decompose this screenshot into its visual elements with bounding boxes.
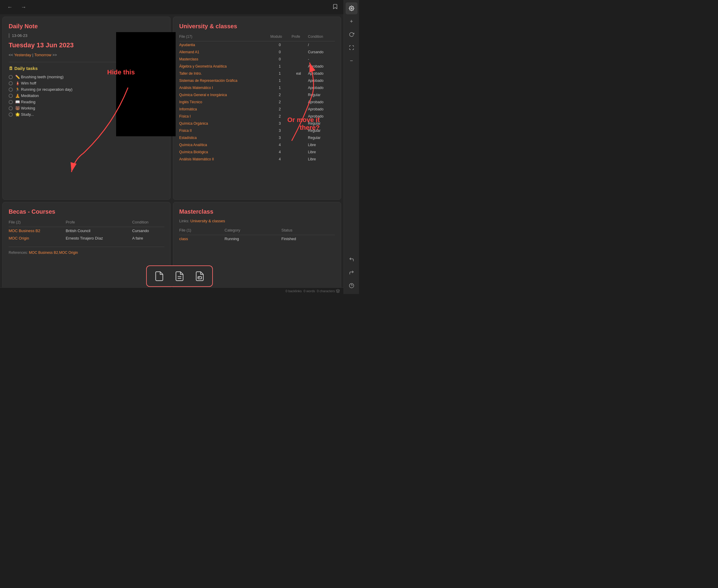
task-circle <box>8 87 13 92</box>
status-bar: 0 backlinks 0 words 0 characters <box>0 288 344 294</box>
file-cell: Análisis Matemático II <box>179 155 270 163</box>
condition-cell: - <box>308 56 335 63</box>
col-profe: Profe <box>291 33 308 41</box>
condition-cell: Cursando <box>308 48 335 56</box>
redo-button[interactable] <box>346 267 357 278</box>
profe-cell <box>291 48 308 56</box>
table-row: class Running Finished <box>179 235 335 243</box>
profe-cell <box>291 141 308 148</box>
condition-cell: Aprobado <box>308 63 335 70</box>
tomorrow-link[interactable]: Tomorrow <box>34 53 51 57</box>
new-doc-button[interactable] <box>153 270 166 283</box>
table-row: Física I 2 Aprobado <box>179 113 335 120</box>
table-row: Álgebra y Geometría Analítica 1 Aprobado <box>179 63 335 70</box>
file-cell: Inglés Técnico <box>179 99 270 106</box>
condition-cell: Cursando <box>132 227 164 235</box>
links-label: Links: <box>179 219 189 223</box>
forward-button[interactable]: → <box>18 3 28 12</box>
profe-cell <box>291 148 308 155</box>
task-circle <box>8 112 13 117</box>
file-cell: Masterclass <box>179 56 270 63</box>
table-row: Sistemas de Representación Gráfica 1 Apr… <box>179 77 335 84</box>
profe-cell: Ernesto Tinajero Díaz <box>66 234 132 242</box>
file-cell: Álgebra y Geometría Analítica <box>179 63 270 70</box>
references-section: References: MOC Business B2,MOC Origin <box>8 247 164 255</box>
doc-list-button[interactable] <box>173 270 186 283</box>
table-row: Química General e Inorgánica 2 Regular <box>179 91 335 99</box>
expand-button[interactable] <box>346 42 357 54</box>
mc-col-status: Status <box>281 227 335 235</box>
condition-cell: Aprobado <box>308 113 335 120</box>
modulo-cell: 3 <box>270 127 291 134</box>
becas-col-condition: Condition <box>132 219 164 227</box>
file-cell: Química General e Inorgánica <box>179 91 270 99</box>
masterclass-table: File (1) Category Status class Running F… <box>179 227 335 243</box>
profe-cell <box>291 41 308 49</box>
task-circle <box>8 75 13 79</box>
modulo-cell: 1 <box>270 84 291 91</box>
university-table: File (17) Modulo Profe Condition Ayudant… <box>179 33 335 163</box>
references-label: References: <box>8 251 28 255</box>
modulo-cell: 0 <box>270 41 291 49</box>
ref-moc-b2[interactable]: MOC Business B2 <box>29 251 58 255</box>
bookmark-button[interactable] <box>330 2 341 12</box>
condition-cell: A faire <box>132 234 164 242</box>
table-row: Estadística 3 Regular <box>179 134 335 141</box>
task-text: ✏️ Brushing teeth (morning) <box>15 75 64 79</box>
file-cell: Química Orgánica <box>179 120 270 127</box>
table-row: Ayudantia 0 / <box>179 41 335 49</box>
task-text: 🐻 Working <box>15 106 35 110</box>
mc-col-file: File (1) <box>179 227 224 235</box>
condition-cell: Regular <box>308 127 335 134</box>
table-row: Análisis Matemático I 1 Aprobado <box>179 84 335 91</box>
university-card: University & classes File (17) Modulo Pr… <box>173 17 341 200</box>
doc-image-button[interactable] <box>193 270 206 283</box>
add-button[interactable]: + <box>346 16 357 27</box>
file-cell: Física II <box>179 127 270 134</box>
modulo-cell: 4 <box>270 141 291 148</box>
help-button[interactable] <box>346 280 357 292</box>
becas-col-file: File (2) <box>8 219 66 227</box>
task-text: 🧯 Wim hoff <box>15 81 36 85</box>
words-count: 0 words <box>304 289 315 293</box>
undo-button[interactable] <box>346 254 357 266</box>
back-button[interactable]: ← <box>5 3 15 12</box>
condition-cell: Aprobado <box>308 84 335 91</box>
file-cell: Sistemas de Representación Gráfica <box>179 77 270 84</box>
minus-button[interactable]: − <box>346 55 357 67</box>
modulo-cell: 4 <box>270 155 291 163</box>
masterclass-links: Links: University & classes <box>179 219 335 223</box>
task-text: 🏃 Running (or recuperation day) <box>15 87 72 92</box>
file-cell: Informática <box>179 106 270 113</box>
condition-cell: Aprobado <box>308 106 335 113</box>
table-row: MOC Origin Ernesto Tinajero Díaz A faire <box>8 234 164 242</box>
condition-cell: / <box>308 41 335 49</box>
condition-cell: Aprobado <box>308 70 335 77</box>
refresh-button[interactable] <box>346 28 357 40</box>
becas-card: Becas - Courses File (2) Profe Condition… <box>2 202 170 292</box>
task-text: 🧘 Meditation <box>15 93 39 98</box>
task-circle <box>8 106 13 110</box>
profe-cell: eal <box>291 70 308 77</box>
table-row: Informática 2 Aprobado <box>179 106 335 113</box>
gear-button[interactable] <box>346 2 357 14</box>
svg-point-8 <box>199 277 200 278</box>
profe-cell <box>291 91 308 99</box>
masterclass-title: Masterclass <box>179 208 335 215</box>
university-link[interactable]: University & classes <box>190 219 225 223</box>
profe-cell <box>291 120 308 127</box>
yesterday-link[interactable]: Yesterday <box>14 53 31 57</box>
profe-cell <box>291 113 308 120</box>
ref-moc-origin[interactable]: MOC Origin <box>59 251 78 255</box>
table-row: Masterclass 0 - <box>179 56 335 63</box>
modulo-cell: 0 <box>270 48 291 56</box>
condition-cell: Regular <box>308 91 335 99</box>
file-cell: Ayudantia <box>179 41 270 49</box>
becas-table: File (2) Profe Condition MOC Business B2… <box>8 219 164 242</box>
university-table-container: File (17) Modulo Profe Condition Ayudant… <box>179 33 335 163</box>
condition-cell: Aprobado <box>308 77 335 84</box>
modulo-cell: 3 <box>270 134 291 141</box>
profe-cell <box>291 99 308 106</box>
modulo-cell: 4 <box>270 148 291 155</box>
modulo-cell: 2 <box>270 106 291 113</box>
